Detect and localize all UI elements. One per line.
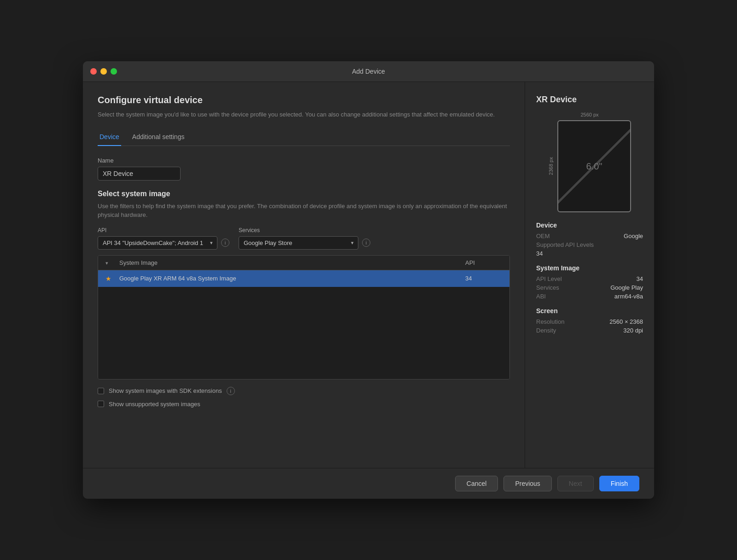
preview-wrapper: 2368 px 6.0" [548,120,631,212]
chevron-down-icon: ▾ [105,260,108,266]
tab-additional-settings[interactable]: Additional settings [130,128,187,146]
device-preview-container: 2560 px 2368 px 6.0" [536,112,643,212]
services-select-wrapper: Google Play Store i [239,236,370,250]
system-image-api: 34 [465,275,502,282]
resolution-row: Resolution 2560 × 2368 [536,318,643,325]
api-level-value: 34 [637,275,643,282]
system-image-desc: Use the filters to help find the system … [98,202,510,220]
px-label-side: 2368 px [548,157,554,175]
close-button[interactable] [90,68,97,75]
oem-row: OEM Google [536,233,643,239]
checkbox-sdk-extensions: Show system images with SDK extensions i [98,387,510,395]
supported-api-value: 34 [536,250,643,257]
resolution-key: Resolution [536,318,564,325]
system-image-heading: Select system image [98,190,510,198]
services-row: Services Google Play [536,284,643,291]
oem-value: Google [624,233,643,239]
finish-button[interactable]: Finish [599,476,639,491]
traffic-lights [90,68,117,75]
sdk-extensions-info-icon[interactable]: i [227,387,235,395]
cancel-button[interactable]: Cancel [455,476,498,491]
star-icon: ★ [105,275,119,282]
checkbox-unsupported: Show unsupported system images [98,401,510,408]
density-row: Density 320 dpi [536,327,643,334]
services-value: Google Play [610,284,643,291]
api-filter-label: API [98,227,229,233]
oem-key: OEM [536,233,550,239]
services-filter-label: Services [239,227,370,233]
resolution-value: 2560 × 2368 [609,318,643,325]
filter-row: API API 34 "UpsideDownCake"; Android 14.… [98,227,510,250]
api-select-container: API 34 "UpsideDownCake"; Android 14.0 [98,236,217,250]
title-bar: Add Device [83,61,654,82]
services-filter-group: Services Google Play Store i [239,227,370,250]
unsupported-label: Show unsupported system images [109,401,200,408]
maximize-button[interactable] [111,68,117,75]
device-frame: 6.0" [557,120,631,212]
tab-device[interactable]: Device [98,128,121,146]
services-key: Services [536,284,559,291]
table-row[interactable]: ★ Google Play XR ARM 64 v8a System Image… [98,270,509,287]
services-select[interactable]: Google Play Store [239,236,358,250]
dialog-body: Configure virtual device Select the syst… [83,82,654,468]
density-key: Density [536,327,556,334]
col-header-api: API [465,259,502,266]
system-image-info-section: System Image API Level 34 Services Googl… [536,264,643,300]
api-select-wrapper: API 34 "UpsideDownCake"; Android 14.0 i [98,236,229,250]
abi-value: arm64-v8a [614,293,643,300]
add-device-dialog: Add Device Configure virtual device Sele… [83,61,654,499]
api-level-key: API Level [536,275,562,282]
right-panel: XR Device 2560 px 2368 px 6.0" Device OE… [525,82,654,468]
unsupported-checkbox[interactable] [98,401,104,407]
sdk-extensions-checkbox[interactable] [98,388,104,394]
device-preview-title: XR Device [536,95,643,105]
abi-key: ABI [536,293,546,300]
supported-api-key: Supported API Levels [536,241,594,248]
api-filter-group: API API 34 "UpsideDownCake"; Android 14.… [98,227,229,250]
api-level-row: API Level 34 [536,275,643,282]
name-label: Name [98,157,510,164]
services-select-container: Google Play Store [239,236,358,250]
device-size-label: 6.0" [586,161,602,172]
services-info-icon[interactable]: i [362,239,370,247]
system-image-table: ▾ System Image API ★ Google Play XR ARM … [98,255,510,379]
tabs: Device Additional settings [98,128,510,146]
density-value: 320 dpi [623,327,643,334]
configure-title: Configure virtual device [98,95,510,105]
col-header-system-image: System Image [119,259,465,266]
minimize-button[interactable] [100,68,107,75]
configure-desc: Select the system image you'd like to us… [98,110,510,119]
api-info-icon[interactable]: i [221,239,229,247]
system-image-section-title: System Image [536,264,643,272]
supported-api-row: Supported API Levels [536,241,643,248]
abi-row: ABI arm64-v8a [536,293,643,300]
table-empty-area [98,287,509,379]
screen-section-title: Screen [536,307,643,315]
api-select[interactable]: API 34 "UpsideDownCake"; Android 14.0 [98,236,217,250]
previous-button[interactable]: Previous [503,476,551,491]
dialog-footer: Cancel Previous Next Finish [83,468,654,499]
device-section-title: Device [536,222,643,229]
px-label-top: 2560 px [580,112,598,117]
screen-info-section: Screen Resolution 2560 × 2368 Density 32… [536,307,643,334]
name-input[interactable] [98,167,181,181]
system-image-name: Google Play XR ARM 64 v8a System Image [119,275,465,282]
next-button[interactable]: Next [557,476,594,491]
device-info-section: Device OEM Google Supported API Levels 3… [536,222,643,257]
window-title: Add Device [352,68,385,75]
sdk-extensions-label: Show system images with SDK extensions [109,387,222,394]
table-header: ▾ System Image API [98,256,509,270]
left-panel: Configure virtual device Select the syst… [83,82,525,468]
